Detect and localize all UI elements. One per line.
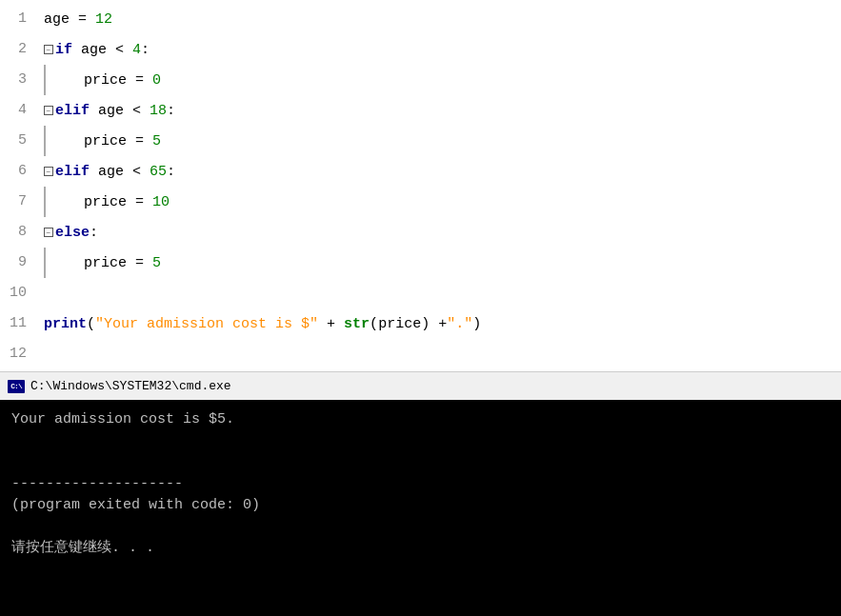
cmd-icon: C:\ bbox=[8, 380, 25, 393]
code-line-1: age = 12 bbox=[34, 4, 841, 34]
code-line-4: −elif age < 18: bbox=[34, 95, 841, 126]
line-number-9: 9 bbox=[4, 248, 27, 278]
line-number-6: 6 bbox=[4, 156, 27, 187]
line-number-13: 13 bbox=[4, 369, 27, 371]
code-line-2: −if age < 4: bbox=[34, 34, 841, 65]
line-number-4: 4 bbox=[4, 95, 27, 126]
fold-bar-3 bbox=[44, 65, 46, 95]
terminal-exit: (program exited with code: 0) bbox=[11, 495, 830, 517]
line-number-5: 5 bbox=[4, 126, 27, 156]
line-numbers: 12345678910111213 bbox=[0, 0, 34, 371]
code-line-13 bbox=[34, 369, 841, 371]
code-line-3: price = 0 bbox=[34, 65, 841, 95]
terminal-output-1: Your admission cost is $5. bbox=[11, 409, 830, 431]
line-number-1: 1 bbox=[4, 4, 27, 34]
line-number-8: 8 bbox=[4, 217, 27, 248]
terminal-header: C:\ C:\Windows\SYSTEM32\cmd.exe bbox=[0, 371, 841, 400]
fold-marker-6[interactable]: − bbox=[44, 167, 53, 176]
terminal-title: C:\Windows\SYSTEM32\cmd.exe bbox=[30, 379, 231, 393]
line-number-3: 3 bbox=[4, 65, 27, 95]
fold-bar-9 bbox=[44, 248, 46, 278]
fold-marker-4[interactable]: − bbox=[44, 106, 53, 115]
code-line-12 bbox=[34, 339, 841, 369]
code-line-8: −else: bbox=[34, 217, 841, 248]
line-number-7: 7 bbox=[4, 187, 27, 217]
code-line-9: price = 5 bbox=[34, 248, 841, 278]
line-number-12: 12 bbox=[4, 339, 27, 369]
terminal-separator: -------------------- bbox=[11, 474, 830, 496]
code-line-7: price = 10 bbox=[34, 187, 841, 217]
fold-bar-7 bbox=[44, 187, 46, 217]
editor-section: 12345678910111213 age = 12−if age < 4: p… bbox=[0, 0, 841, 371]
terminal-prompt: 请按任意键继续. . . bbox=[11, 538, 830, 560]
line-number-10: 10 bbox=[4, 278, 27, 308]
terminal-body: Your admission cost is $5. -------------… bbox=[0, 400, 841, 616]
code-area[interactable]: 12345678910111213 age = 12−if age < 4: p… bbox=[0, 0, 841, 371]
code-line-10 bbox=[34, 278, 841, 308]
code-line-5: price = 5 bbox=[34, 126, 841, 156]
fold-marker-8[interactable]: − bbox=[44, 228, 53, 237]
code-line-11: print("Your admission cost is $" + str(p… bbox=[34, 308, 841, 339]
fold-bar-5 bbox=[44, 126, 46, 156]
code-content[interactable]: age = 12−if age < 4: price = 0−elif age … bbox=[34, 0, 841, 371]
fold-marker-2[interactable]: − bbox=[44, 45, 53, 54]
line-number-11: 11 bbox=[4, 308, 27, 339]
line-number-2: 2 bbox=[4, 34, 27, 65]
code-line-6: −elif age < 65: bbox=[34, 156, 841, 187]
